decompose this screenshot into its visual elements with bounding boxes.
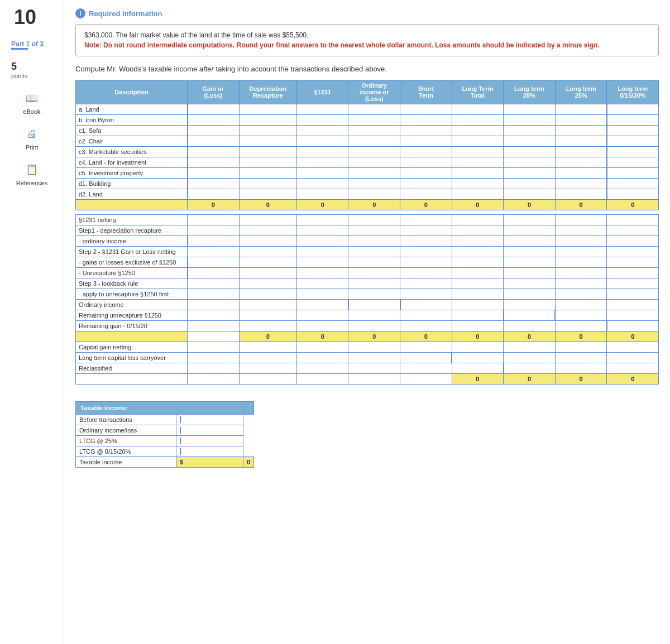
row-step2: Step 2 - §1231 Gain or Loss netting (76, 247, 188, 257)
col-lt-25: Long term25% (555, 80, 607, 104)
tax-row-ordinary: Ordinary income/loss (76, 425, 254, 436)
tax-row-ltcg015: LTCG @ 0/15/20% (76, 446, 254, 457)
tax-label-ordinary: Ordinary income/loss (76, 425, 176, 436)
total2-depr: 0 (239, 331, 297, 342)
tax-total-value: 0 (243, 457, 253, 468)
page-number: 10 (6, 6, 36, 29)
col-short: ShortTerm (400, 80, 452, 104)
points-section: 5 points (6, 61, 27, 79)
row-cap-netting: Capital gain netting: (76, 342, 188, 353)
row-ordinary-income-1: - ordinary income (76, 236, 188, 247)
references-icon: 📋 (23, 162, 41, 177)
cell-land-gain[interactable] (188, 104, 240, 115)
table-row: c5. Investment property (76, 168, 659, 179)
desc-note: Note: Do not round intermediate computat… (84, 40, 650, 50)
part-label: Part 1 of 3 (6, 40, 58, 48)
row-reclassified: Reclassified (76, 363, 188, 374)
row-remaining-unrecapture: Remaining unrecapture §1250 (76, 310, 188, 321)
totals-row-final: 0 0 0 0 (76, 374, 659, 385)
total1-1231: 0 (297, 200, 348, 210)
table-row: Remaining gain - 0/15/20 (76, 321, 659, 331)
row-step3: Step 3 - lookback rule (76, 278, 188, 289)
cell-land-25[interactable] (555, 104, 607, 115)
col-desc: Description (76, 80, 188, 104)
tax-input-before[interactable] (176, 415, 243, 425)
cell-land-depr[interactable] (239, 104, 297, 115)
instruction-text: Compute Mr. Woods's taxable income after… (75, 65, 659, 73)
table-row: c4. Land - for investment (76, 157, 659, 168)
table-row: Remaining unrecapture §1250 (76, 310, 659, 321)
table-row: Step 3 - lookback rule (76, 278, 659, 289)
table-row: - Unrecapture §1250 (76, 268, 659, 278)
table-row: Reclassified (76, 363, 659, 374)
table-row: - gains or losses exclusive of §1250 (76, 257, 659, 268)
total1-28: 0 (504, 200, 556, 210)
total2-1231: 0 (297, 331, 348, 342)
total1-short: 0 (400, 200, 452, 210)
print-icon: 🖨 (23, 126, 41, 142)
total1-depr: 0 (239, 200, 297, 210)
table-row: Ordinary income (76, 300, 659, 310)
main-table: Description Gain or(Loss) DepreciationRe… (75, 80, 659, 385)
cell-land-ord[interactable] (348, 104, 400, 115)
tax-header: Taxable Income: (76, 402, 254, 415)
after-span: after (199, 65, 214, 73)
tax-input-ordinary[interactable] (176, 425, 243, 436)
tax-label-ltcg25: LTCG @ 25% (76, 436, 176, 446)
col-ordinary: Ordinaryincome or(Loss) (348, 80, 400, 104)
table-row: b. Iron Byron (76, 115, 659, 126)
table-row: Long term capital loss carryover (76, 353, 659, 363)
ebook-icon: 📖 (23, 90, 41, 106)
col-1231: §1231 (297, 80, 348, 104)
table-row: d2. Land (76, 189, 659, 200)
total-final-25: 0 (555, 374, 607, 385)
table-row: Step 2 - §1231 Gain or Loss netting (76, 247, 659, 257)
ebook-button[interactable]: 📖 eBook (23, 90, 41, 115)
table-row: - ordinary income (76, 236, 659, 247)
cell-land-short[interactable] (400, 104, 452, 115)
cell-land-1231[interactable] (297, 104, 348, 115)
cell-land-28[interactable] (504, 104, 556, 115)
col-depr: DepreciationRecapture (239, 80, 297, 104)
total1-015: 0 (607, 200, 659, 210)
total-final-015: 0 (607, 374, 659, 385)
table-row: d1. Building (76, 179, 659, 189)
tax-label-total: Taxable income (76, 457, 176, 468)
row-gains-losses: - gains or losses exclusive of §1250 (76, 257, 188, 268)
row-remaining-gain: Remaining gain - 0/15/20 (76, 321, 188, 331)
row-step1-depr: Step1 - depreciation recapture (76, 225, 188, 236)
row-lt-carryover: Long term capital loss carryover (76, 353, 188, 363)
tax-input-ltcg015[interactable] (176, 446, 243, 457)
tax-label-before: Before transactions (76, 415, 176, 425)
col-gain: Gain or(Loss) (188, 80, 240, 104)
ebook-label: eBook (23, 108, 40, 115)
row-label-sofa: c1. Sofa (76, 126, 188, 136)
total2-015: 0 (607, 331, 659, 342)
table-row: c2. Chair (76, 136, 659, 147)
tax-row-before-transactions: Before transactions (76, 415, 254, 425)
info-circle: i (75, 8, 85, 18)
required-label: Required information (89, 9, 162, 18)
total2-short: 0 (400, 331, 452, 342)
totals-row-2: 0 0 0 0 0 0 0 0 (76, 331, 659, 342)
row-label-land: a. Land (76, 104, 188, 115)
references-button[interactable]: 📋 References (16, 162, 47, 186)
tax-row-ltcg25: LTCG @ 25% (76, 436, 254, 446)
col-lt-015: Long term0/15/20% (607, 80, 659, 104)
points-label: points (11, 73, 27, 79)
points-number: 5 (11, 61, 27, 73)
desc-line1: $363,000. The fair market value of the l… (84, 30, 650, 40)
cell-land-lttot[interactable] (452, 104, 504, 115)
row-label-building: d1. Building (76, 179, 188, 189)
col-lt-28: Long term28% (504, 80, 556, 104)
tax-dollar-sign: $ (176, 457, 243, 468)
cell-land-015[interactable] (607, 104, 659, 115)
total2-ord: 0 (348, 331, 400, 342)
taxable-income-table: Taxable Income: Before transactions Ordi… (75, 401, 254, 468)
tax-input-ltcg25[interactable] (176, 436, 243, 446)
tax-label-ltcg015: LTCG @ 0/15/20% (76, 446, 176, 457)
print-button[interactable]: 🖨 Print (23, 126, 41, 151)
table-row: c3. Marketable securities (76, 147, 659, 157)
print-label: Print (26, 144, 39, 151)
total2-28: 0 (504, 331, 556, 342)
